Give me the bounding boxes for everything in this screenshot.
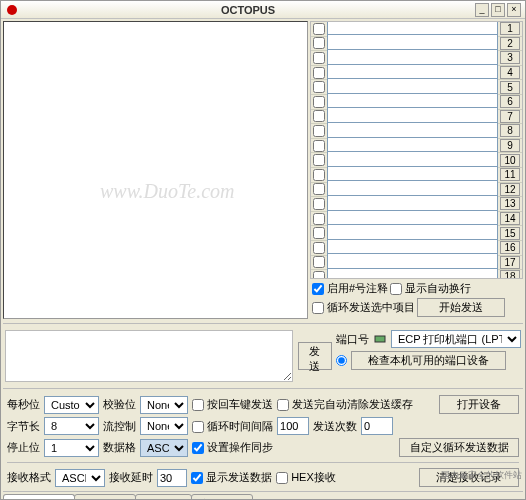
list-row-number-button[interactable]: 6 <box>500 95 520 108</box>
tab-OCTOPUS[interactable]: OCTOPUS <box>3 494 75 499</box>
recvdelay-input[interactable] <box>157 469 187 487</box>
loop-interval-input[interactable] <box>277 417 309 435</box>
flow-label: 流控制 <box>103 419 136 434</box>
list-row-number-button[interactable]: 12 <box>500 183 520 196</box>
list-row-number-button[interactable]: 17 <box>500 256 520 269</box>
maximize-button[interactable]: □ <box>491 3 505 17</box>
datafmt-select[interactable]: ASCII <box>140 439 188 457</box>
send-textarea[interactable] <box>5 330 293 382</box>
list-row-checkbox[interactable] <box>313 23 325 35</box>
recvfmt-label: 接收格式 <box>7 470 51 485</box>
titlebar: OCTOPUS _ □ × <box>1 1 525 19</box>
list-row-number-button[interactable]: 3 <box>500 51 520 64</box>
list-row-number-button[interactable]: 11 <box>500 168 520 181</box>
show-wrap-label: 显示自动换行 <box>405 282 471 294</box>
clear-buffer-checkbox[interactable]: 发送完自动清除发送缓存 <box>277 397 413 412</box>
list-row-checkbox[interactable] <box>313 110 325 122</box>
custom-loop-button[interactable]: 自定义循环发送数据 <box>399 438 519 457</box>
list-row-number-button[interactable]: 14 <box>500 212 520 225</box>
bottom-tabs: OCTOPUS串口操作I2C操作文件传输 <box>3 491 523 499</box>
corner-text: 国内最安全的软件站 <box>441 469 522 482</box>
enable-hash-checkbox[interactable]: 启用#号注释 <box>312 281 388 296</box>
list-row-checkbox[interactable] <box>313 213 325 225</box>
list-row-checkbox[interactable] <box>313 96 325 108</box>
flow-select[interactable]: None <box>140 417 188 435</box>
send-on-enter-checkbox[interactable]: 按回车键发送 <box>192 397 273 412</box>
list-row-number-button[interactable]: 13 <box>500 197 520 210</box>
list-row: 18 <box>311 270 522 279</box>
parity-select[interactable]: None <box>140 396 188 414</box>
list-row-number-button[interactable]: 16 <box>500 241 520 254</box>
stopbit-label: 停止位 <box>7 440 40 455</box>
stopbit-select[interactable]: 1 <box>44 439 99 457</box>
list-row-checkbox[interactable] <box>313 242 325 254</box>
list-row-checkbox[interactable] <box>313 125 325 137</box>
app-icon <box>5 3 19 17</box>
list-row-checkbox[interactable] <box>313 67 325 79</box>
baud-label: 每秒位 <box>7 397 40 412</box>
baud-select[interactable]: Custom <box>44 396 99 414</box>
send-count-input[interactable] <box>361 417 393 435</box>
list-row-checkbox[interactable] <box>313 52 325 64</box>
loop-send-checkbox[interactable]: 循环发送选中项目 <box>312 300 415 315</box>
list-row-checkbox[interactable] <box>313 81 325 93</box>
loop-interval-checkbox[interactable]: 循环时间间隔 <box>192 419 273 434</box>
clear-buffer-label: 发送完自动清除发送缓存 <box>292 398 413 410</box>
list-row-number-button[interactable]: 1 <box>500 22 520 35</box>
tab-I2C操作[interactable]: I2C操作 <box>135 494 192 499</box>
list-row-number-button[interactable]: 10 <box>500 154 520 167</box>
send-count-label: 发送次数 <box>313 419 357 434</box>
list-row-checkbox[interactable] <box>313 256 325 268</box>
list-row-checkbox[interactable] <box>313 198 325 210</box>
list-row-checkbox[interactable] <box>313 227 325 239</box>
list-row-number-button[interactable]: 2 <box>500 37 520 50</box>
list-row-number-button[interactable]: 7 <box>500 110 520 123</box>
start-send-button[interactable]: 开始发送 <box>417 298 505 317</box>
show-send-checkbox[interactable]: 显示发送数据 <box>191 470 272 485</box>
show-send-label: 显示发送数据 <box>206 471 272 483</box>
list-row-number-button[interactable]: 5 <box>500 81 520 94</box>
close-button[interactable]: × <box>507 3 521 17</box>
svg-point-0 <box>7 5 17 15</box>
loop-send-label: 循环发送选中项目 <box>327 301 415 313</box>
list-row-number-button[interactable]: 4 <box>500 66 520 79</box>
list-row-checkbox[interactable] <box>313 271 325 279</box>
check-ports-button[interactable]: 检查本机可用的端口设备 <box>351 351 506 370</box>
show-wrap-checkbox[interactable]: 显示自动换行 <box>390 281 471 296</box>
port-label: 端口号 <box>336 332 369 347</box>
hex-recv-label: HEX接收 <box>291 471 336 483</box>
send-list: 12345678910111213141516171819 <box>310 21 523 279</box>
receive-textarea[interactable] <box>3 21 308 319</box>
list-row-checkbox[interactable] <box>313 154 325 166</box>
tab-串口操作[interactable]: 串口操作 <box>74 494 136 499</box>
recvfmt-select[interactable]: ASCII <box>55 469 105 487</box>
list-row-checkbox[interactable] <box>313 183 325 195</box>
sync-ops-checkbox[interactable]: 设置操作同步 <box>192 440 273 455</box>
datafmt-label: 数据格 <box>103 440 136 455</box>
send-on-enter-label: 按回车键发送 <box>207 398 273 410</box>
bytelen-label: 字节长 <box>7 419 40 434</box>
open-device-button[interactable]: 打开设备 <box>439 395 519 414</box>
port-radio[interactable] <box>336 355 347 366</box>
hex-recv-checkbox[interactable]: HEX接收 <box>276 470 336 485</box>
list-row-number-button[interactable]: 9 <box>500 139 520 152</box>
list-row-number-button[interactable]: 18 <box>500 270 520 279</box>
parity-label: 校验位 <box>103 397 136 412</box>
list-row-input[interactable] <box>327 268 498 279</box>
list-row-checkbox[interactable] <box>313 37 325 49</box>
recvdelay-label: 接收延时 <box>109 470 153 485</box>
bytelen-select[interactable]: 8 <box>44 417 99 435</box>
port-select[interactable]: ECP 打印机端口 (LPT1) <box>391 330 521 348</box>
minimize-button[interactable]: _ <box>475 3 489 17</box>
tab-文件传输[interactable]: 文件传输 <box>191 494 253 499</box>
port-icon <box>373 332 387 346</box>
window-title: OCTOPUS <box>23 4 473 16</box>
list-row-number-button[interactable]: 8 <box>500 124 520 137</box>
list-row-checkbox[interactable] <box>313 169 325 181</box>
enable-hash-label: 启用#号注释 <box>327 282 388 294</box>
list-row-number-button[interactable]: 15 <box>500 227 520 240</box>
send-button[interactable]: 发送 <box>298 342 332 370</box>
loop-interval-label: 循环时间间隔 <box>207 420 273 432</box>
list-row-checkbox[interactable] <box>313 140 325 152</box>
svg-rect-1 <box>375 336 385 342</box>
